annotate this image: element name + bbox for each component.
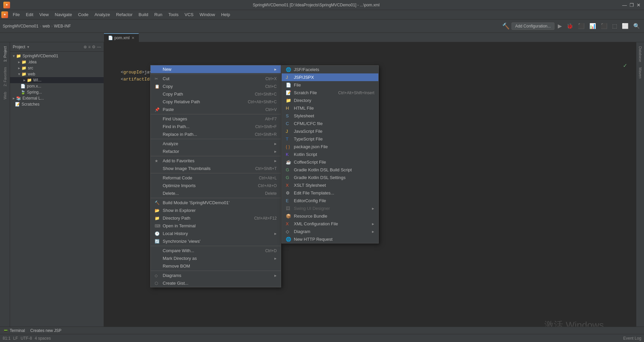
stop-button[interactable]: ⬛ [599, 22, 609, 30]
ctx-paste[interactable]: 📌 Paste Ctrl+V [151, 106, 281, 113]
sub-edit-templates[interactable]: ⚙ Edit File Templates... [282, 189, 378, 197]
debug-button[interactable]: 🐞 [565, 22, 575, 30]
sub-resource-bundle[interactable]: 📦 Resource Bundle [282, 212, 378, 220]
profile-button[interactable]: 📊 [588, 22, 597, 30]
tree-springmvcdemo01[interactable]: ▾ 📁 SpringMVCDemo01 [10, 53, 104, 59]
menu-tools[interactable]: Tools [166, 11, 181, 18]
ctx-local-history[interactable]: 🕐 Local History ▸ [151, 230, 281, 237]
menu-analyze[interactable]: Analyze [92, 11, 113, 18]
menu-window[interactable]: Window [197, 11, 218, 18]
tree-idea[interactable]: ▸ 📁 .idea [10, 59, 104, 65]
ctx-compare[interactable]: Compare With... Ctrl+D [151, 247, 281, 254]
sub-jsp[interactable]: J JSP/JSPX [282, 73, 378, 81]
sub-diagram[interactable]: ◇ Diagram ▸ [282, 228, 378, 235]
sub-editorconfig[interactable]: E EditorConfig File [282, 197, 378, 205]
sub-gradle-build[interactable]: G Gradle Kotlin DSL Build Script [282, 166, 378, 174]
ctx-optimize[interactable]: Optimize Imports Ctrl+Alt+O [151, 182, 281, 189]
coverage-button[interactable]: ⬛ [577, 22, 586, 30]
sub-file[interactable]: 📄 File [282, 81, 378, 89]
sub-cfml[interactable]: C CFML/CFC file [282, 120, 378, 127]
sub-html[interactable]: H HTML File [282, 104, 378, 112]
ctx-find-in-path[interactable]: Find in Path... Ctrl+Shift+F [151, 123, 281, 130]
sub-scratch[interactable]: 📝 Scratch File Ctrl+Alt+Shift+Insert [282, 89, 378, 97]
ctx-find-usages[interactable]: Find Usages Alt+F7 [151, 115, 281, 123]
ctx-remove-bom[interactable]: Remove BOM [151, 262, 281, 270]
tab-pom-xml[interactable]: 📄pom.xml ✕ [104, 33, 139, 42]
close-button[interactable]: ✕ [637, 2, 641, 8]
tree-pomxml[interactable]: 📄 pom.x... [10, 83, 104, 89]
sub-jsf[interactable]: 🌐 JSF/Facelets [282, 66, 378, 73]
ctx-copy-path[interactable]: Copy Path Ctrl+Shift+C [151, 90, 281, 98]
ctx-refactor[interactable]: Refactor ▸ [151, 148, 281, 155]
tab-web[interactable]: Web [2, 89, 8, 102]
search-everywhere-button[interactable]: 🔍 [632, 22, 641, 30]
ctx-new[interactable]: New ▸ 🌐 JSF/Facelets J JSP/JSPX 📄 File [151, 65, 281, 73]
tree-webinf[interactable]: ▸ 📁 WI... [10, 77, 104, 83]
sub-http-request[interactable]: 🌐 New HTTP Request [282, 235, 378, 243]
sub-typescript[interactable]: T TypeScript File [282, 135, 378, 143]
tab-database[interactable]: Database [637, 44, 644, 65]
breadcrumb-webinf[interactable]: WEB-INF [54, 24, 71, 28]
breadcrumb-project[interactable]: SpringMVCDemo01 [3, 24, 39, 28]
sub-gradle-settings[interactable]: G Gradle Kotlin DSL Settings [282, 174, 378, 181]
ctx-copy[interactable]: 📋 Copy Ctrl+C [151, 82, 281, 90]
ctx-show-image[interactable]: Show Image Thumbnails Ctrl+Shift+T [151, 165, 281, 172]
event-log-label[interactable]: Event Log [623, 336, 641, 341]
tab-favorites[interactable]: 2: Favorites [2, 64, 8, 89]
tree-web[interactable]: ▾ 📁 web [10, 71, 104, 77]
sub-package-json[interactable]: { } package.json File [282, 143, 378, 151]
menu-help[interactable]: Help [218, 11, 233, 18]
add-configuration-button[interactable]: Add Configuration... [512, 22, 554, 30]
panel-dropdown-icon[interactable]: ▾ [27, 45, 29, 49]
sub-javascript[interactable]: J JavaScript File [282, 127, 378, 135]
ctx-replace-in-path[interactable]: Replace in Path... Ctrl+Shift+R [151, 130, 281, 138]
ctx-open-terminal[interactable]: ⌨ Open in Terminal [151, 222, 281, 230]
ctx-dir-path[interactable]: 📁 Directory Path Ctrl+Alt+F12 [151, 214, 281, 222]
ctx-analyze[interactable]: Analyze ▸ [151, 140, 281, 148]
ctx-copy-rel-path[interactable]: Copy Relative Path Ctrl+Alt+Shift+C [151, 98, 281, 106]
menu-vcs[interactable]: VCS [182, 11, 196, 18]
ctx-delete[interactable]: Delete... Delete [151, 189, 281, 197]
ctx-create-gist[interactable]: ⬡ Create Gist... [151, 279, 281, 287]
maximize-button[interactable]: ❐ [630, 2, 634, 8]
tab-maven[interactable]: Maven [637, 65, 644, 81]
menu-navigate[interactable]: Navigate [52, 11, 74, 18]
menu-run[interactable]: Run [152, 11, 165, 18]
ctx-mark-dir[interactable]: Mark Directory as ▸ [151, 254, 281, 262]
menu-file[interactable]: File [10, 11, 22, 18]
ctx-synchronize[interactable]: 🔄 Synchronize 'views' [151, 237, 281, 245]
sub-stylesheet[interactable]: S Stylesheet [282, 112, 378, 120]
sub-xml-config[interactable]: X XML Configuration File ▸ [282, 220, 378, 228]
sub-xslt[interactable]: X XSLT Stylesheet [282, 181, 378, 189]
run-button[interactable]: ▶ [556, 22, 563, 30]
tree-scratches[interactable]: 📝 Scratches [10, 101, 104, 107]
tree-spring[interactable]: 🍃 Spring... [10, 89, 104, 95]
tab-project[interactable]: 1: Project [2, 44, 8, 64]
ctx-reformat[interactable]: Reformat Code Ctrl+Alt+L [151, 174, 281, 182]
ctx-diagrams[interactable]: ◇ Diagrams ▸ [151, 272, 281, 279]
ctx-show-explorer[interactable]: 📂 Show in Explorer [151, 207, 281, 214]
panel-icon-3[interactable]: ⚙ [92, 45, 96, 49]
window-controls[interactable]: — ❐ ✕ [622, 2, 641, 8]
menu-refactor[interactable]: Refactor [113, 11, 135, 18]
minimize-button[interactable]: — [622, 2, 627, 8]
ctx-cut[interactable]: ✂ Cut Ctrl+X [151, 75, 281, 82]
expand-button[interactable]: ⬜ [621, 22, 630, 30]
panel-icon-1[interactable]: ⊕ [84, 45, 87, 49]
menu-view[interactable]: View [37, 11, 51, 18]
gist-icon: ⬡ [155, 281, 161, 286]
panel-icon-4[interactable]: — [97, 45, 101, 49]
menu-build[interactable]: Build [136, 11, 151, 18]
panel-icon-2[interactable]: ≡ [88, 45, 91, 49]
tree-src[interactable]: ▸ 📁 src [10, 65, 104, 71]
sub-kotlin-script[interactable]: K Kotlin Script [282, 151, 378, 158]
sub-coffee[interactable]: ☕ CoffeeScript File [282, 158, 378, 166]
sub-directory[interactable]: 📁 Directory [282, 97, 378, 104]
breadcrumb-web[interactable]: web [43, 24, 50, 28]
menu-code[interactable]: Code [75, 11, 91, 18]
ctx-add-favorites[interactable]: ★ Add to Favorites ▸ [151, 157, 281, 165]
tree-external-lib[interactable]: ▸ 📚 External L... [10, 95, 104, 101]
menu-edit[interactable]: Edit [23, 11, 36, 18]
ctx-build-module[interactable]: 🔨 Build Module 'SpringMVCDemo01' [151, 199, 281, 207]
layout-button[interactable]: ⬚ [611, 22, 619, 30]
